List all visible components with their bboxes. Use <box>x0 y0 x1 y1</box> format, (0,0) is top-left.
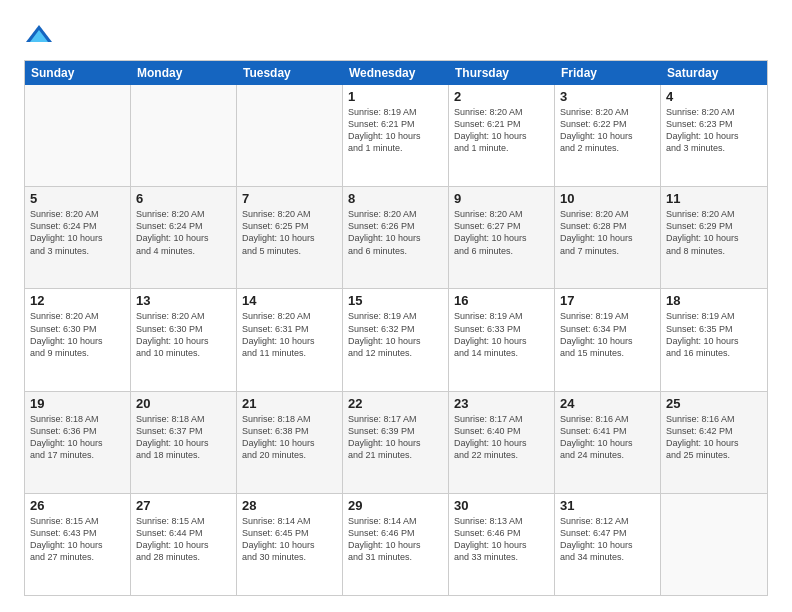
day-header: Tuesday <box>237 61 343 85</box>
day-info: Sunrise: 8:20 AM Sunset: 6:31 PM Dayligh… <box>242 310 337 359</box>
day-number: 3 <box>560 89 655 104</box>
day-cell: 31Sunrise: 8:12 AM Sunset: 6:47 PM Dayli… <box>555 494 661 595</box>
weeks: 1Sunrise: 8:19 AM Sunset: 6:21 PM Daylig… <box>25 85 767 595</box>
page: SundayMondayTuesdayWednesdayThursdayFrid… <box>0 0 792 612</box>
day-cell: 11Sunrise: 8:20 AM Sunset: 6:29 PM Dayli… <box>661 187 767 288</box>
day-cell: 16Sunrise: 8:19 AM Sunset: 6:33 PM Dayli… <box>449 289 555 390</box>
day-cell <box>131 85 237 186</box>
day-cell <box>237 85 343 186</box>
day-header: Wednesday <box>343 61 449 85</box>
day-cell: 12Sunrise: 8:20 AM Sunset: 6:30 PM Dayli… <box>25 289 131 390</box>
day-info: Sunrise: 8:15 AM Sunset: 6:44 PM Dayligh… <box>136 515 231 564</box>
day-info: Sunrise: 8:13 AM Sunset: 6:46 PM Dayligh… <box>454 515 549 564</box>
day-number: 10 <box>560 191 655 206</box>
day-info: Sunrise: 8:18 AM Sunset: 6:37 PM Dayligh… <box>136 413 231 462</box>
day-cell: 1Sunrise: 8:19 AM Sunset: 6:21 PM Daylig… <box>343 85 449 186</box>
day-cell: 3Sunrise: 8:20 AM Sunset: 6:22 PM Daylig… <box>555 85 661 186</box>
day-number: 4 <box>666 89 762 104</box>
day-cell: 20Sunrise: 8:18 AM Sunset: 6:37 PM Dayli… <box>131 392 237 493</box>
day-number: 28 <box>242 498 337 513</box>
day-number: 6 <box>136 191 231 206</box>
day-cell: 15Sunrise: 8:19 AM Sunset: 6:32 PM Dayli… <box>343 289 449 390</box>
week-row: 26Sunrise: 8:15 AM Sunset: 6:43 PM Dayli… <box>25 493 767 595</box>
day-info: Sunrise: 8:19 AM Sunset: 6:21 PM Dayligh… <box>348 106 443 155</box>
day-number: 16 <box>454 293 549 308</box>
week-row: 1Sunrise: 8:19 AM Sunset: 6:21 PM Daylig… <box>25 85 767 186</box>
day-cell: 27Sunrise: 8:15 AM Sunset: 6:44 PM Dayli… <box>131 494 237 595</box>
day-cell: 25Sunrise: 8:16 AM Sunset: 6:42 PM Dayli… <box>661 392 767 493</box>
day-header: Saturday <box>661 61 767 85</box>
day-info: Sunrise: 8:16 AM Sunset: 6:42 PM Dayligh… <box>666 413 762 462</box>
day-number: 21 <box>242 396 337 411</box>
day-number: 31 <box>560 498 655 513</box>
day-number: 5 <box>30 191 125 206</box>
day-info: Sunrise: 8:19 AM Sunset: 6:32 PM Dayligh… <box>348 310 443 359</box>
day-cell: 5Sunrise: 8:20 AM Sunset: 6:24 PM Daylig… <box>25 187 131 288</box>
week-row: 5Sunrise: 8:20 AM Sunset: 6:24 PM Daylig… <box>25 186 767 288</box>
day-info: Sunrise: 8:16 AM Sunset: 6:41 PM Dayligh… <box>560 413 655 462</box>
day-number: 7 <box>242 191 337 206</box>
day-number: 22 <box>348 396 443 411</box>
day-cell: 23Sunrise: 8:17 AM Sunset: 6:40 PM Dayli… <box>449 392 555 493</box>
day-info: Sunrise: 8:19 AM Sunset: 6:33 PM Dayligh… <box>454 310 549 359</box>
day-cell: 14Sunrise: 8:20 AM Sunset: 6:31 PM Dayli… <box>237 289 343 390</box>
day-cell: 8Sunrise: 8:20 AM Sunset: 6:26 PM Daylig… <box>343 187 449 288</box>
day-number: 20 <box>136 396 231 411</box>
day-cell: 2Sunrise: 8:20 AM Sunset: 6:21 PM Daylig… <box>449 85 555 186</box>
day-number: 11 <box>666 191 762 206</box>
day-number: 17 <box>560 293 655 308</box>
day-info: Sunrise: 8:20 AM Sunset: 6:23 PM Dayligh… <box>666 106 762 155</box>
day-info: Sunrise: 8:20 AM Sunset: 6:30 PM Dayligh… <box>30 310 125 359</box>
day-cell: 28Sunrise: 8:14 AM Sunset: 6:45 PM Dayli… <box>237 494 343 595</box>
day-cell <box>661 494 767 595</box>
day-info: Sunrise: 8:20 AM Sunset: 6:24 PM Dayligh… <box>30 208 125 257</box>
day-cell: 4Sunrise: 8:20 AM Sunset: 6:23 PM Daylig… <box>661 85 767 186</box>
day-number: 25 <box>666 396 762 411</box>
day-cell: 6Sunrise: 8:20 AM Sunset: 6:24 PM Daylig… <box>131 187 237 288</box>
day-cell: 17Sunrise: 8:19 AM Sunset: 6:34 PM Dayli… <box>555 289 661 390</box>
day-headers: SundayMondayTuesdayWednesdayThursdayFrid… <box>25 61 767 85</box>
day-cell: 13Sunrise: 8:20 AM Sunset: 6:30 PM Dayli… <box>131 289 237 390</box>
day-header: Friday <box>555 61 661 85</box>
day-cell <box>25 85 131 186</box>
day-number: 30 <box>454 498 549 513</box>
day-number: 15 <box>348 293 443 308</box>
logo-icon <box>24 20 54 50</box>
day-cell: 9Sunrise: 8:20 AM Sunset: 6:27 PM Daylig… <box>449 187 555 288</box>
day-number: 19 <box>30 396 125 411</box>
day-number: 24 <box>560 396 655 411</box>
day-info: Sunrise: 8:18 AM Sunset: 6:36 PM Dayligh… <box>30 413 125 462</box>
day-number: 27 <box>136 498 231 513</box>
day-number: 18 <box>666 293 762 308</box>
week-row: 19Sunrise: 8:18 AM Sunset: 6:36 PM Dayli… <box>25 391 767 493</box>
day-info: Sunrise: 8:20 AM Sunset: 6:22 PM Dayligh… <box>560 106 655 155</box>
day-info: Sunrise: 8:20 AM Sunset: 6:30 PM Dayligh… <box>136 310 231 359</box>
week-row: 12Sunrise: 8:20 AM Sunset: 6:30 PM Dayli… <box>25 288 767 390</box>
day-number: 29 <box>348 498 443 513</box>
day-info: Sunrise: 8:20 AM Sunset: 6:24 PM Dayligh… <box>136 208 231 257</box>
day-info: Sunrise: 8:14 AM Sunset: 6:45 PM Dayligh… <box>242 515 337 564</box>
day-cell: 29Sunrise: 8:14 AM Sunset: 6:46 PM Dayli… <box>343 494 449 595</box>
day-number: 26 <box>30 498 125 513</box>
day-info: Sunrise: 8:18 AM Sunset: 6:38 PM Dayligh… <box>242 413 337 462</box>
day-info: Sunrise: 8:12 AM Sunset: 6:47 PM Dayligh… <box>560 515 655 564</box>
day-number: 2 <box>454 89 549 104</box>
day-info: Sunrise: 8:15 AM Sunset: 6:43 PM Dayligh… <box>30 515 125 564</box>
day-number: 1 <box>348 89 443 104</box>
header <box>24 20 768 50</box>
day-cell: 7Sunrise: 8:20 AM Sunset: 6:25 PM Daylig… <box>237 187 343 288</box>
day-number: 12 <box>30 293 125 308</box>
day-number: 9 <box>454 191 549 206</box>
day-info: Sunrise: 8:20 AM Sunset: 6:28 PM Dayligh… <box>560 208 655 257</box>
day-number: 14 <box>242 293 337 308</box>
day-cell: 22Sunrise: 8:17 AM Sunset: 6:39 PM Dayli… <box>343 392 449 493</box>
day-info: Sunrise: 8:19 AM Sunset: 6:34 PM Dayligh… <box>560 310 655 359</box>
day-info: Sunrise: 8:17 AM Sunset: 6:39 PM Dayligh… <box>348 413 443 462</box>
day-cell: 18Sunrise: 8:19 AM Sunset: 6:35 PM Dayli… <box>661 289 767 390</box>
day-number: 13 <box>136 293 231 308</box>
day-info: Sunrise: 8:20 AM Sunset: 6:29 PM Dayligh… <box>666 208 762 257</box>
day-cell: 10Sunrise: 8:20 AM Sunset: 6:28 PM Dayli… <box>555 187 661 288</box>
day-cell: 21Sunrise: 8:18 AM Sunset: 6:38 PM Dayli… <box>237 392 343 493</box>
day-header: Sunday <box>25 61 131 85</box>
day-info: Sunrise: 8:20 AM Sunset: 6:27 PM Dayligh… <box>454 208 549 257</box>
